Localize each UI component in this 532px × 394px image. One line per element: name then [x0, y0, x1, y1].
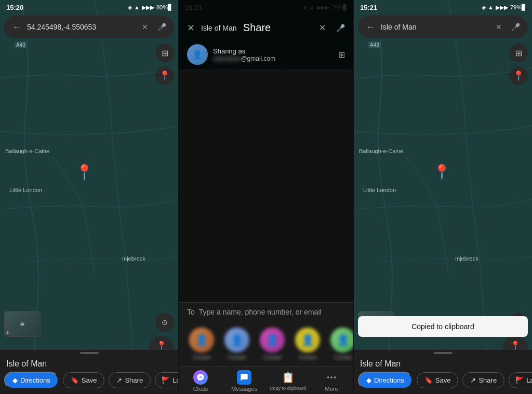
pin-control-3[interactable]: 📍 — [509, 66, 528, 85]
share-button-3[interactable]: ↗ Share — [462, 372, 504, 388]
email-domain: @gmail.com — [241, 55, 275, 62]
location-icon-1: ◈ — [128, 4, 132, 11]
separator-2 — [353, 0, 354, 394]
user-avatar: 👤 — [187, 44, 208, 65]
search-bar-1[interactable]: ← 54.245498,-4.550653 ✕ 🎤 — [4, 16, 174, 38]
tab-chats[interactable]: Chats — [179, 370, 222, 392]
avatar-inner: 👤 — [187, 44, 208, 65]
time-1: 15:20 — [6, 4, 23, 11]
map-label-london-1: Little London — [9, 187, 42, 193]
contact-avatar-3: 👤 — [260, 328, 285, 352]
search-text-1: 54.245498,-4.550653 — [27, 23, 135, 31]
map-pin-1: 📍 — [75, 164, 94, 181]
sharing-as-info: Sharing as username@gmail.com — [213, 47, 275, 62]
share-button-1[interactable]: ↗ Share — [109, 372, 151, 388]
share-label-1: Share — [125, 376, 143, 384]
to-input[interactable]: Type a name, phone number, or email — [199, 308, 345, 316]
contact-3[interactable]: 👤 Contact — [258, 328, 287, 360]
back-button-1[interactable]: ← — [10, 21, 23, 33]
mic-button-1[interactable]: 🎤 — [155, 21, 168, 33]
contact-4[interactable]: 👤 Contact — [293, 328, 322, 360]
road-label-a43-3: A43 — [368, 42, 381, 48]
thumbnail-label-1: 🏔 — [20, 322, 24, 327]
bottom-actions-1: ◆ Directions 🔖 Save ↗ Share 🚩 Lab... — [0, 372, 178, 394]
clipboard-toast: Copied to clipboard — [358, 316, 528, 337]
save-label-1: Save — [82, 376, 97, 384]
battery-3: 79%▊ — [510, 4, 526, 11]
panel-1: 15:20 ◈ ▲ ▶▶▶ 80%▊ ← 54.245498,-4.550653… — [0, 0, 178, 394]
share-close-button[interactable]: ✕ — [187, 22, 195, 34]
clipboard-icon-container: 📋 — [281, 370, 295, 385]
tab-copy[interactable]: 📋 Copy to clipboard — [266, 370, 310, 392]
contact-avatar-1: 👤 — [189, 328, 214, 352]
contact-name-5: Contact — [334, 355, 352, 360]
map-pin-icon-1: 📍 — [75, 164, 94, 180]
copy-label: Copy to clipboard — [270, 386, 306, 391]
panel-2: 📍 Ballaugh-e-Caine Little London Injebre… — [179, 0, 353, 394]
label-button-3[interactable]: 🚩 Lab... — [509, 372, 532, 388]
search-bar-3[interactable]: ← Isle of Man ✕ 🎤 — [358, 16, 528, 38]
svg-point-2 — [334, 376, 336, 378]
status-bar-3: 15:21 ◈ ▲ ▶▶▶ 79%▊ — [354, 0, 532, 15]
share-mic-button[interactable]: 🎤 — [336, 24, 345, 32]
map-label-ballaugh-3: Ballaugh-e-Caine — [359, 148, 403, 154]
road-label-a43-1: A43 — [15, 42, 27, 48]
sharing-as-label: Sharing as — [213, 47, 275, 55]
contact-name-4: Contact — [299, 355, 316, 360]
thumbnail-1[interactable]: 🏔 👁 — [4, 311, 41, 337]
map-label-injebreck-3: Injebreck — [455, 255, 478, 262]
save-button-3[interactable]: 🔖 Save — [417, 372, 459, 388]
label-label-1: Lab... — [172, 376, 178, 384]
contact-5[interactable]: 👤 Contact — [328, 328, 353, 360]
map-pin-icon-3: 📍 — [433, 164, 451, 180]
directions-icon-3: ◆ — [366, 376, 371, 384]
layers-button-1[interactable]: ⊞ — [155, 44, 174, 62]
share-x-button[interactable]: ✕ — [319, 23, 326, 33]
map-label-ballaugh-1: Ballaugh-e-Caine — [5, 148, 49, 154]
clear-button-1[interactable]: ✕ — [139, 21, 151, 33]
label-button-1[interactable]: 🚩 Lab... — [155, 372, 178, 388]
contact-avatar-2: 👤 — [224, 328, 249, 352]
to-field[interactable]: To Type a name, phone number, or email — [179, 302, 353, 321]
layers-button-3[interactable]: ⊞ — [509, 44, 528, 62]
tab-messages[interactable]: Messages — [222, 370, 266, 392]
map-pin-3: 📍 — [433, 164, 451, 181]
signal-icon-1: ▶▶▶ — [142, 4, 154, 11]
time-3: 15:21 — [360, 4, 377, 11]
flag-icon-3: 🚩 — [515, 376, 524, 384]
directions-button-3[interactable]: ◆ Directions — [358, 372, 413, 389]
map-label-london-3: Little London — [363, 187, 396, 193]
directions-icon-1: ◆ — [12, 376, 18, 384]
search-text-3: Isle of Man — [381, 23, 488, 31]
messages-icon — [237, 370, 251, 385]
location-name-3: Isle of Man — [354, 354, 532, 372]
save-button-1[interactable]: 🔖 Save — [63, 372, 105, 388]
clear-button-3[interactable]: ✕ — [493, 21, 505, 33]
svg-point-1 — [330, 376, 332, 378]
email-blurred: username — [213, 55, 241, 62]
back-button-3[interactable]: ← — [364, 21, 377, 33]
compass-button-1[interactable]: ⊙ — [155, 313, 174, 332]
layers-icon-share[interactable]: ⊞ — [338, 50, 345, 60]
share-location-label: Isle of Man — [201, 24, 237, 32]
svg-point-0 — [327, 376, 329, 378]
chats-label: Chats — [193, 386, 208, 392]
more-icon-container — [324, 370, 339, 385]
tab-more[interactable]: More — [310, 370, 353, 392]
mic-button-3[interactable]: 🎤 — [509, 21, 522, 33]
contact-avatar-4: 👤 — [295, 328, 320, 352]
messages-label: Messages — [231, 386, 257, 392]
sharing-as-row: 👤 Sharing as username@gmail.com ⊞ — [179, 40, 353, 69]
bottom-actions-3: ◆ Directions 🔖 Save ↗ Share 🚩 Lab... — [354, 372, 532, 394]
contact-2[interactable]: 👤 Contact — [222, 328, 251, 360]
live-icon-1: 📍 — [156, 341, 167, 350]
map-label-injebreck-1: Injebreck — [122, 255, 145, 262]
clipboard-icon: 📋 — [281, 370, 295, 385]
hide-label-1: 👁 — [6, 331, 10, 335]
save-icon-3: 🔖 — [424, 376, 433, 384]
directions-button-1[interactable]: ◆ Directions — [4, 372, 59, 389]
pin-control-1[interactable]: 📍 — [155, 66, 174, 85]
directions-label-1: Directions — [20, 376, 50, 384]
contact-1[interactable]: 👤 Contact — [187, 328, 216, 360]
flag-icon-1: 🚩 — [162, 376, 170, 384]
